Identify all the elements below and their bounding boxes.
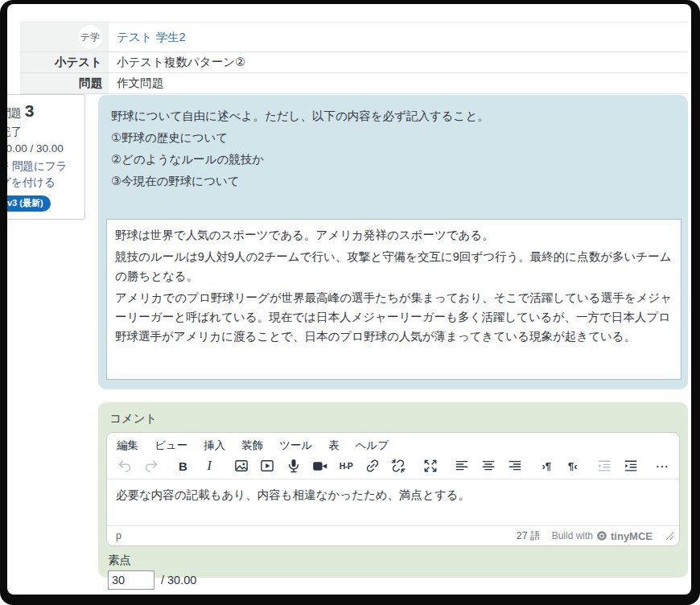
comment-grade-section: コメント 編集 ビュー 挿入 装飾 ツール 表 ヘルプ B I H-P — [98, 402, 688, 578]
answer-paragraph: アメリカでのプロ野球リーグが世界最高峰の選手たちが集まっており、そこで活躍してい… — [115, 288, 673, 346]
question-prompt: 野球について自由に述べよ。ただし、以下の内容を必ず記入すること。 — [111, 105, 675, 127]
more-icon[interactable]: ··· — [653, 456, 672, 475]
branding-prefix: Build with — [552, 530, 593, 541]
word-count[interactable]: 27 語 — [517, 529, 541, 543]
table-row-student: テ学 テスト 学生2 — [20, 23, 688, 52]
quiz-row-label: 小テスト — [20, 52, 109, 72]
align-left-icon[interactable] — [453, 456, 471, 475]
unlink-icon[interactable] — [389, 456, 408, 475]
screenshot-frame: テ学 テスト 学生2 小テスト 小テスト複数パターン② 問題 作文問題 問題 3… — [0, 0, 700, 605]
tinymce-branding[interactable]: Build with tinyMCE — [552, 530, 653, 542]
question-number-value: 3 — [25, 101, 35, 120]
flag-icon — [7, 161, 10, 171]
bold-icon[interactable]: B — [174, 456, 192, 475]
question-formulation: 野球について自由に述べよ。ただし、以下の内容を必ず記入すること。 ①野球の歴史に… — [98, 95, 688, 389]
rtl-icon[interactable]: ¶‹ — [564, 456, 583, 475]
editor-statusbar: p 27 語 Build with tinyMCE — [107, 525, 679, 545]
comment-editor-content[interactable]: 必要な内容の記載もあり、内容も相違なかったため、満点とする。 — [107, 479, 679, 511]
question-info-panel: 問題 3 完了 30.00 / 30.00 問題にフラグを付ける v3 (最新) — [7, 94, 85, 220]
align-right-icon[interactable] — [505, 456, 524, 475]
ltr-icon[interactable]: ›¶ — [537, 456, 556, 475]
answer-paragraph: 野球は世界で人気のスポーツである。アメリカ発祥のスポーツである。 — [115, 225, 673, 245]
menu-insert[interactable]: 挿入 — [204, 438, 225, 453]
mark-max: / 30.00 — [161, 574, 196, 586]
indent-icon[interactable] — [622, 456, 640, 475]
menu-edit[interactable]: 編集 — [117, 438, 138, 453]
question-row-label: 問題 — [20, 73, 109, 93]
h5p-icon[interactable]: H-P — [337, 456, 356, 475]
flag-question-link[interactable]: 問題にフラグを付ける — [7, 158, 78, 190]
menu-format[interactable]: 装飾 — [241, 438, 263, 453]
table-row-quiz: 小テスト 小テスト複数パターン② — [20, 52, 688, 73]
tinymce-editor: 編集 ビュー 挿入 装飾 ツール 表 ヘルプ B I H-P — [106, 432, 680, 546]
mark-input[interactable] — [108, 570, 154, 590]
student-name-link[interactable]: テスト 学生2 — [117, 30, 186, 45]
editor-toolbar: B I H-P ›¶ ¶‹ ··· — [107, 455, 679, 479]
student-avatar-cell: テ学 — [20, 23, 109, 51]
tinymce-logo-icon — [596, 530, 607, 541]
quiz-row-value: 小テスト複数パターン② — [109, 52, 688, 72]
undo-icon[interactable] — [116, 456, 134, 475]
redo-icon[interactable] — [142, 456, 161, 475]
resize-handle[interactable] — [665, 532, 674, 541]
attempt-summary-table: テ学 テスト 学生2 小テスト 小テスト複数パターン② 問題 作文問題 — [20, 22, 688, 94]
menu-view[interactable]: ビュー — [154, 438, 187, 453]
version-badge: v3 (最新) — [7, 195, 51, 212]
comment-label: コメント — [109, 411, 680, 426]
fullscreen-icon[interactable] — [422, 456, 440, 475]
question-number: 問題 3 — [7, 101, 78, 121]
table-row-question: 問題 作文問題 — [20, 73, 688, 94]
menu-tools[interactable]: ツール — [279, 438, 312, 453]
question-state: 完了 — [7, 125, 78, 139]
question-requirement: ③今現在の野球について — [111, 171, 675, 192]
branding-logo-text: tinyMCE — [611, 530, 653, 542]
question-requirement: ②どのようなルールの競技か — [111, 149, 675, 171]
flag-question-label: 問題にフラグを付ける — [7, 160, 67, 188]
question-number-label: 問題 — [7, 107, 22, 119]
mark-label: 素点 — [108, 553, 680, 568]
outdent-icon[interactable] — [595, 456, 614, 475]
record-video-icon[interactable] — [311, 456, 329, 475]
question-marks: 30.00 / 30.00 — [7, 142, 78, 154]
element-path[interactable]: p — [116, 530, 121, 541]
link-icon[interactable] — [363, 456, 381, 475]
italic-icon[interactable]: I — [200, 456, 219, 475]
student-answer-box: 野球は世界で人気のスポーツである。アメリカ発祥のスポーツである。 競技のルールは… — [106, 219, 681, 380]
image-icon[interactable] — [232, 456, 250, 475]
answer-paragraph: 競技のルールは9人対9人の2チームで行い、攻撃と守備を交互に9回ずつ行う。最終的… — [115, 247, 673, 286]
mark-section: 素点 / 30.00 — [108, 553, 680, 590]
question-row-value: 作文問題 — [109, 73, 688, 93]
record-audio-icon[interactable] — [285, 456, 303, 475]
menu-table[interactable]: 表 — [328, 438, 340, 453]
avatar: テ学 — [78, 25, 102, 49]
media-icon[interactable] — [258, 456, 277, 475]
menu-help[interactable]: ヘルプ — [356, 438, 389, 453]
question-requirement: ①野球の歴史について — [111, 127, 675, 149]
align-center-icon[interactable] — [480, 456, 498, 475]
grading-page: テ学 テスト 学生2 小テスト 小テスト複数パターン② 問題 作文問題 問題 3… — [7, 4, 691, 595]
editor-menubar: 編集 ビュー 挿入 装飾 ツール 表 ヘルプ — [107, 433, 679, 455]
